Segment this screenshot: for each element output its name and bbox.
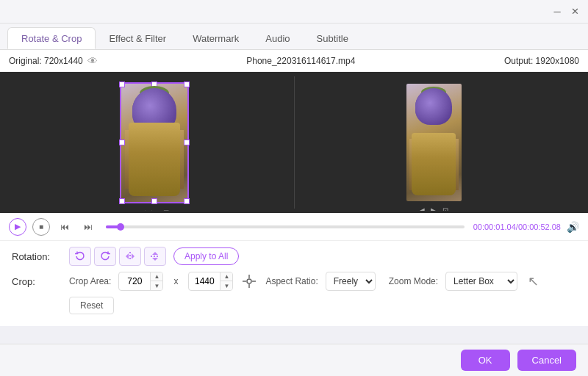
flip-v-button[interactable] (144, 247, 166, 266)
apply-to-all-button[interactable]: Apply to All (173, 247, 239, 265)
tab-effect-filter[interactable]: Effect & Filter (96, 27, 179, 49)
preview-area: ◀ ▶ ⊡ ◀ ▶ ⊡ (0, 72, 588, 213)
volume-icon[interactable]: 🔊 (567, 221, 579, 233)
aspect-ratio-select[interactable]: Freely 16:9 4:3 1:1 9:16 (326, 272, 376, 291)
eye-icon[interactable]: 👁 (87, 55, 98, 67)
title-bar: ─ ✕ (0, 0, 588, 24)
transport-bar: ▶ ■ ⏮ ⏭ 00:00:01.04/00:00:52.08 🔊 (0, 213, 588, 241)
tab-subtitle[interactable]: Subtitle (304, 27, 362, 49)
cancel-button[interactable]: Cancel (517, 350, 576, 371)
crop-label: Crop: (12, 276, 62, 287)
output-arrow-left-icon[interactable]: ◀ (419, 206, 425, 211)
flip-h-icon (124, 250, 136, 262)
aspect-ratio-label: Aspect Ratio: (265, 276, 318, 286)
arrow-expand-icon[interactable]: ⊡ (163, 209, 169, 211)
height-decrement-button[interactable]: ▼ (220, 281, 232, 291)
svg-point-6 (247, 279, 251, 283)
height-spinner: ▲ ▼ (220, 272, 232, 291)
info-bar: Original: 720x1440 👁 Phone_220316114617.… (0, 50, 588, 72)
rotate-cw-button[interactable] (94, 247, 116, 266)
original-size-label: Original: 720x1440 (9, 56, 83, 66)
prev-frame-button[interactable]: ⏮ (56, 218, 74, 236)
arrow-left-icon[interactable]: ◀ (140, 209, 146, 211)
ok-button[interactable]: OK (461, 350, 510, 371)
svg-marker-5 (152, 258, 158, 261)
crop-width-input[interactable] (119, 276, 150, 286)
progress-track[interactable] (106, 225, 465, 228)
arrow-right-icon[interactable]: ▶ (151, 209, 157, 211)
reset-button[interactable]: Reset (69, 297, 114, 314)
cursor-icon: ↖ (528, 273, 539, 289)
output-preview-panel: ◀ ▶ ⊡ (295, 75, 574, 211)
panel-nav-arrows: ◀ ▶ ⊡ (140, 209, 169, 211)
filename-label: Phone_220316114617.mp4 (246, 56, 355, 66)
tab-watermark[interactable]: Watermark (179, 27, 252, 49)
width-spinner: ▲ ▼ (150, 272, 162, 291)
x-separator: x (173, 276, 178, 286)
rotation-row: Rotation: (12, 247, 576, 266)
original-video-thumb (121, 82, 187, 203)
tab-audio[interactable]: Audio (252, 27, 303, 49)
output-arrow-right-icon[interactable]: ▶ (431, 206, 437, 211)
width-decrement-button[interactable]: ▼ (151, 281, 162, 291)
tab-rotate-crop[interactable]: Rotate & Crop (7, 27, 96, 49)
output-arrow-expand-icon[interactable]: ⊡ (442, 206, 448, 211)
tab-bar: Rotate & Crop Effect & Filter Watermark … (0, 24, 588, 50)
stop-button[interactable]: ■ (32, 218, 50, 236)
zoom-mode-label: Zoom Mode: (389, 276, 438, 286)
rotate-ccw-button[interactable] (69, 247, 91, 266)
zoom-mode-select[interactable]: Letter Box Pan & Scan Full (445, 272, 517, 291)
output-panel-nav-arrows: ◀ ▶ ⊡ (419, 206, 448, 211)
reset-row: Reset (12, 297, 576, 314)
crosshair-icon (242, 274, 257, 289)
flip-h-button[interactable] (119, 247, 141, 266)
next-frame-button[interactable]: ⏭ (79, 218, 97, 236)
minimize-button[interactable]: ─ (550, 4, 564, 19)
flip-v-icon (149, 250, 161, 262)
height-increment-button[interactable]: ▲ (220, 272, 232, 281)
crop-height-input[interactable] (189, 276, 220, 286)
time-display: 00:00:01.04/00:00:52.08 (473, 223, 561, 231)
svg-marker-2 (132, 253, 135, 259)
crosshair-button[interactable] (240, 272, 258, 290)
svg-marker-4 (152, 252, 158, 255)
crop-area-label: Crop Area: (69, 276, 111, 286)
width-increment-button[interactable]: ▲ (151, 272, 162, 281)
output-size-label: Output: 1920x1080 (504, 56, 579, 66)
output-video-thumb (406, 84, 462, 201)
progress-thumb[interactable] (117, 223, 124, 231)
play-button[interactable]: ▶ (9, 218, 26, 236)
rotate-ccw-icon (74, 250, 86, 262)
rotation-label: Rotation: (12, 251, 62, 262)
crop-width-input-group: ▲ ▼ (118, 272, 163, 291)
crop-height-input-group: ▲ ▼ (188, 272, 233, 291)
close-button[interactable]: ✕ (567, 4, 582, 19)
svg-marker-1 (126, 253, 129, 259)
rotation-buttons (69, 247, 166, 266)
footer: OK Cancel (0, 344, 588, 376)
controls-area: Rotation: (0, 241, 588, 326)
crop-row: Crop: Crop Area: ▲ ▼ x ▲ ▼ (12, 272, 576, 291)
rotate-cw-icon (99, 250, 111, 262)
original-preview-panel: ◀ ▶ ⊡ (15, 75, 294, 211)
